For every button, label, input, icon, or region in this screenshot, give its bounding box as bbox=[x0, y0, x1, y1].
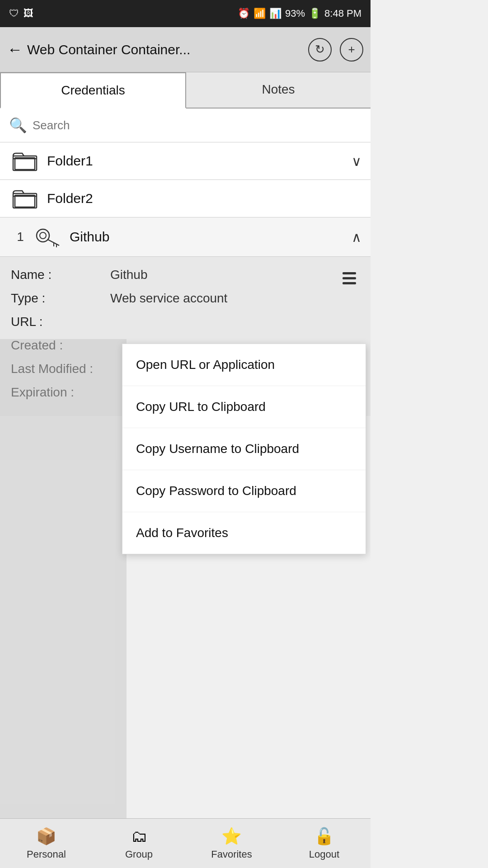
folder-icon bbox=[9, 151, 41, 171]
svg-rect-2 bbox=[15, 158, 35, 170]
detail-expiration-label: Expiration : bbox=[11, 385, 110, 400]
top-bar-left: ← Web Container Container... bbox=[7, 41, 190, 58]
tab-credentials[interactable]: Credentials bbox=[0, 72, 186, 108]
add-button[interactable]: + bbox=[340, 38, 363, 61]
context-menu-item-add-favorites[interactable]: Add to Favorites bbox=[122, 512, 366, 554]
wifi-icon: 📶 bbox=[253, 8, 266, 19]
group-icon: 🗂 bbox=[131, 827, 147, 846]
back-button[interactable]: ← bbox=[7, 41, 23, 58]
top-bar: ← Web Container Container... ↻ + bbox=[0, 27, 371, 72]
github-chevron: ∧ bbox=[352, 229, 361, 245]
key-icon bbox=[32, 226, 63, 248]
shield-icon: 🛡 bbox=[9, 8, 19, 19]
nav-favorites[interactable]: ⭐ Favorites bbox=[185, 827, 278, 860]
search-icon: 🔍 bbox=[9, 117, 27, 134]
svg-rect-12 bbox=[343, 277, 356, 279]
nav-logout-label: Logout bbox=[309, 849, 339, 860]
nav-personal[interactable]: 📦 Personal bbox=[0, 827, 93, 860]
detail-url-label: URL : bbox=[11, 315, 110, 329]
nav-group-label: Group bbox=[125, 849, 153, 860]
nav-favorites-label: Favorites bbox=[211, 849, 252, 860]
tab-notes[interactable]: Notes bbox=[186, 72, 371, 108]
detail-name-value: Github bbox=[110, 268, 339, 282]
tab-bar: Credentials Notes bbox=[0, 72, 371, 108]
personal-icon: 📦 bbox=[36, 827, 56, 846]
status-bar: 🛡 🖼 ⏰ 📶 📊 93% 🔋 8:48 PM bbox=[0, 0, 371, 27]
status-bar-left: 🛡 🖼 bbox=[9, 8, 33, 19]
context-menu: Open URL or Application Copy URL to Clip… bbox=[122, 344, 366, 554]
bottom-nav: 📦 Personal 🗂 Group ⭐ Favorites 🔓 Logout bbox=[0, 818, 371, 868]
detail-name-label: Name : bbox=[11, 268, 110, 282]
folder1-label: Folder1 bbox=[47, 153, 352, 169]
folder2-icon bbox=[9, 188, 41, 209]
search-row: 🔍 bbox=[0, 108, 371, 142]
logout-icon: 🔓 bbox=[314, 827, 334, 846]
github-label: Github bbox=[70, 229, 352, 245]
detail-url-row: URL : bbox=[11, 315, 339, 329]
detail-created-label: Created : bbox=[11, 338, 110, 353]
time: 8:48 PM bbox=[324, 8, 361, 19]
svg-point-7 bbox=[40, 232, 46, 239]
alarm-icon: ⏰ bbox=[238, 8, 250, 19]
svg-rect-13 bbox=[343, 282, 356, 284]
nav-logout[interactable]: 🔓 Logout bbox=[278, 827, 371, 860]
battery-icon: 🔋 bbox=[309, 8, 321, 19]
github-entry-number: 1 bbox=[9, 230, 32, 244]
context-menu-item-open-url[interactable]: Open URL or Application bbox=[122, 344, 366, 386]
svg-rect-5 bbox=[15, 195, 35, 207]
svg-rect-11 bbox=[343, 272, 356, 274]
nav-personal-label: Personal bbox=[27, 849, 66, 860]
detail-type-row: Type : Web service account bbox=[11, 291, 339, 306]
favorites-icon: ⭐ bbox=[221, 827, 242, 846]
refresh-button[interactable]: ↻ bbox=[308, 38, 332, 61]
top-bar-icons: ↻ + bbox=[308, 38, 363, 61]
nav-group[interactable]: 🗂 Group bbox=[93, 827, 185, 860]
search-input[interactable] bbox=[33, 118, 361, 132]
github-entry-row[interactable]: 1 Github ∧ bbox=[0, 217, 371, 257]
detail-type-label: Type : bbox=[11, 291, 110, 306]
context-menu-item-copy-url[interactable]: Copy URL to Clipboard bbox=[122, 386, 366, 428]
folder1-row[interactable]: Folder1 ∨ bbox=[0, 142, 371, 180]
svg-point-6 bbox=[37, 229, 49, 242]
page-title: Web Container Container... bbox=[27, 42, 190, 57]
context-menu-item-copy-username[interactable]: Copy Username to Clipboard bbox=[122, 428, 366, 470]
status-bar-right: ⏰ 📶 📊 93% 🔋 8:48 PM bbox=[238, 8, 361, 19]
detail-name-row: Name : Github bbox=[11, 268, 339, 282]
detail-type-value: Web service account bbox=[110, 291, 339, 306]
image-icon: 🖼 bbox=[23, 8, 33, 19]
signal-icon: 📊 bbox=[269, 8, 282, 19]
folder1-chevron: ∨ bbox=[352, 153, 361, 169]
detail-menu-button[interactable] bbox=[339, 268, 360, 288]
context-menu-item-copy-password[interactable]: Copy Password to Clipboard bbox=[122, 470, 366, 512]
folder2-label: Folder2 bbox=[47, 191, 361, 206]
detail-lastmod-label: Last Modified : bbox=[11, 362, 110, 376]
folder2-row[interactable]: Folder2 bbox=[0, 180, 371, 217]
battery-percent: 93% bbox=[285, 8, 305, 19]
